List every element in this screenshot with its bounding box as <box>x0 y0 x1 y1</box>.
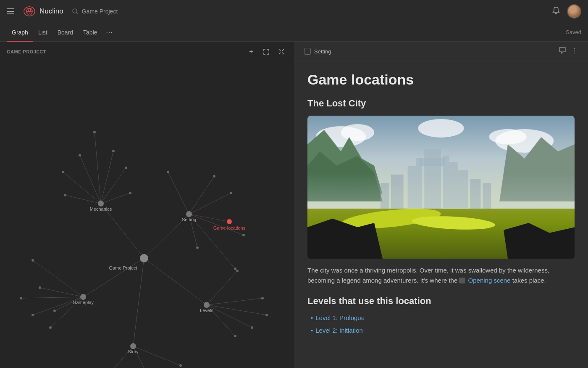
collapse-button[interactable] <box>276 46 287 58</box>
svg-point-46 <box>167 171 169 173</box>
svg-rect-5 <box>0 42 294 368</box>
tabbar: Graph List Board Table ⋯ Saved <box>0 23 588 42</box>
svg-text:Mechanics: Mechanics <box>90 207 112 212</box>
search-text: Game Project <box>82 8 118 15</box>
city-description: The city was once a thriving metropolis.… <box>307 265 575 286</box>
svg-point-48 <box>230 192 232 194</box>
comment-button[interactable] <box>559 47 566 56</box>
svg-point-51 <box>196 246 199 249</box>
comment-icon <box>559 47 566 54</box>
doc-header: Setting ⋮ <box>294 42 588 61</box>
graph-toolbar: GAME PROJECT + <box>0 42 294 62</box>
svg-point-52 <box>32 259 34 262</box>
svg-point-58 <box>236 270 239 272</box>
svg-point-66 <box>98 201 104 207</box>
section1-heading: The Lost City <box>307 98 575 109</box>
svg-point-50 <box>234 267 236 270</box>
topbar-right <box>552 4 581 19</box>
svg-point-72 <box>80 294 86 300</box>
level-list-item-1[interactable]: Level 1: Prologue <box>311 312 575 324</box>
logo[interactable]: Nuclino <box>23 5 63 18</box>
graph-actions: + <box>245 46 287 58</box>
svg-point-1 <box>73 9 77 13</box>
opening-scene-link[interactable]: Opening scene <box>468 277 511 284</box>
svg-point-42 <box>62 171 64 173</box>
search-icon <box>72 8 79 15</box>
svg-text:Story: Story <box>128 349 139 354</box>
svg-point-68 <box>186 211 192 217</box>
svg-text:Setting: Setting <box>182 217 196 222</box>
brain-icon <box>23 5 36 18</box>
doc-header-actions: ⋮ <box>559 47 578 56</box>
graph-panel: GAME PROJECT + <box>0 42 294 368</box>
svg-text:Levels: Levels <box>200 308 213 313</box>
svg-point-40 <box>112 150 115 152</box>
svg-point-76 <box>130 343 136 349</box>
svg-point-53 <box>39 286 41 289</box>
svg-point-45 <box>129 192 131 194</box>
doc-panel: Setting ⋮ Game locations The Lost City T… <box>294 42 588 368</box>
menu-button[interactable] <box>7 6 17 16</box>
search-area[interactable]: Game Project <box>72 8 118 15</box>
svg-line-2 <box>76 13 78 14</box>
svg-point-59 <box>261 297 264 299</box>
svg-point-55 <box>49 326 52 329</box>
svg-text:Gameplay: Gameplay <box>73 300 94 305</box>
expand-icon <box>263 49 269 55</box>
svg-point-60 <box>251 326 253 329</box>
section2-heading: Levels that use this location <box>307 296 575 307</box>
main-layout: GAME PROJECT + <box>0 42 588 368</box>
svg-point-54 <box>53 310 56 312</box>
svg-point-61 <box>265 314 268 316</box>
tab-board[interactable]: Board <box>52 23 78 42</box>
more-tabs-button[interactable]: ⋯ <box>102 28 116 36</box>
svg-point-70 <box>227 219 232 224</box>
doc-title: Game locations <box>307 71 575 88</box>
tab-table[interactable]: Table <box>78 23 102 42</box>
graph-visualization: Game Project Mechanics Setting Game loca… <box>0 42 294 368</box>
svg-point-63 <box>179 364 182 367</box>
levels-list: Level 1: Prologue Level 2: Initiation <box>307 312 575 337</box>
doc-more-button[interactable]: ⋮ <box>571 47 578 56</box>
opening-scene-link-icon <box>459 278 465 283</box>
svg-point-43 <box>93 131 96 133</box>
saved-label: Saved <box>566 29 581 35</box>
svg-point-41 <box>64 194 66 196</box>
svg-point-47 <box>213 175 215 177</box>
level-list-item-2[interactable]: Level 2: Initiation <box>311 324 575 337</box>
expand-button[interactable] <box>260 46 272 58</box>
breadcrumb-setting: Setting <box>314 48 331 55</box>
graph-project-label: GAME PROJECT <box>7 49 46 54</box>
tab-list[interactable]: List <box>33 23 52 42</box>
collapse-icon <box>278 49 284 55</box>
svg-point-49 <box>242 234 245 236</box>
avatar[interactable] <box>567 4 581 19</box>
doc-content: Game locations The Lost City The city wa… <box>294 61 588 347</box>
svg-text:Game locations: Game locations <box>213 225 246 230</box>
svg-point-44 <box>125 167 127 169</box>
add-node-button[interactable]: + <box>245 46 257 58</box>
svg-point-56 <box>20 297 22 299</box>
svg-point-62 <box>234 335 236 337</box>
setting-checkbox[interactable] <box>304 48 311 55</box>
notifications-button[interactable] <box>552 6 560 16</box>
svg-point-57 <box>32 314 34 316</box>
svg-point-74 <box>204 302 210 308</box>
svg-text:Game Project: Game Project <box>109 265 137 270</box>
app-name: Nuclino <box>39 7 63 16</box>
bell-icon <box>552 6 560 15</box>
tab-graph[interactable]: Graph <box>7 23 33 42</box>
topbar: Nuclino Game Project <box>0 0 588 23</box>
svg-point-39 <box>79 154 81 156</box>
city-image <box>307 116 575 259</box>
svg-point-64 <box>140 254 148 262</box>
